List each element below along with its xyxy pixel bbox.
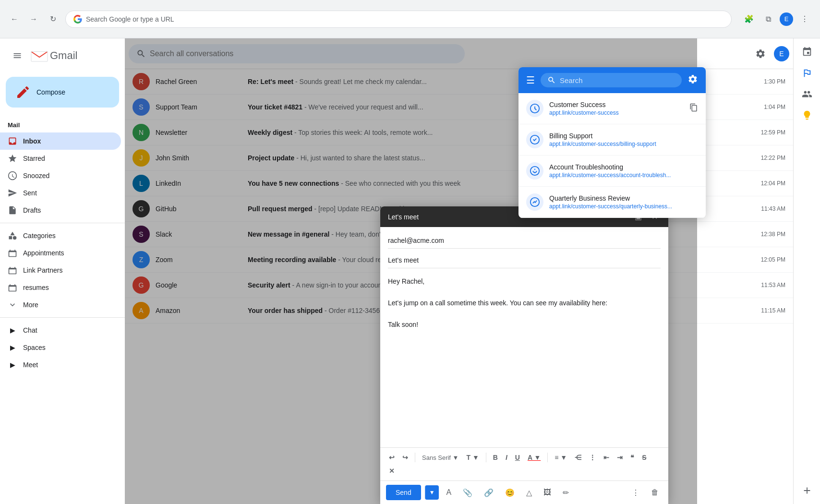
- quote-button[interactable]: ❝: [627, 452, 637, 463]
- add-extension-button[interactable]: [797, 481, 817, 500]
- toolbar-separator-1: [415, 453, 415, 462]
- popup-search-box[interactable]: [541, 73, 682, 87]
- tasks-button[interactable]: [797, 63, 817, 83]
- hamburger-button[interactable]: [8, 46, 27, 65]
- undo-button[interactable]: ↩: [386, 452, 398, 463]
- sidebar-item-link-partners[interactable]: Link Partners: [0, 262, 121, 279]
- strikethrough-button[interactable]: S: [639, 452, 649, 463]
- snoozed-label: Snoozed: [23, 172, 49, 180]
- popup-item-content-3: Quarterly Business Review appt.link/cust…: [549, 194, 698, 210]
- compose-window: Let's meet − ▣ ✕ Hey: [380, 206, 668, 504]
- settings-button[interactable]: [751, 44, 770, 63]
- account-troubleshooting-icon: [526, 162, 543, 180]
- remove-format-button[interactable]: ✕: [386, 465, 398, 477]
- popup-item-copy-0[interactable]: [689, 103, 698, 114]
- sidebar-item-more[interactable]: More: [0, 296, 121, 313]
- bold-button[interactable]: B: [490, 452, 501, 463]
- indent-decrease-button[interactable]: ⇤: [601, 452, 612, 463]
- sidebar-item-meet[interactable]: ▶ Meet: [0, 356, 121, 373]
- sidebar-divider-2: [0, 317, 125, 318]
- popup-item-content-1: Billing Support appt.link/customer-succe…: [549, 132, 698, 147]
- insert-link-button[interactable]: 🔗: [480, 486, 497, 499]
- send-dropdown-button[interactable]: ▼: [425, 485, 439, 500]
- insert-photo-button[interactable]: 🖼: [540, 486, 555, 499]
- popup-item-billing-support[interactable]: Billing Support appt.link/customer-succe…: [519, 124, 706, 156]
- toolbar-separator-2: [486, 453, 486, 462]
- header-profile-button[interactable]: E: [774, 46, 789, 61]
- send-button[interactable]: Send: [386, 485, 421, 500]
- compose-body-text[interactable]: Hey Rachel, Let's jump on a call sometim…: [388, 272, 661, 442]
- meet-label: Meet: [23, 361, 38, 369]
- appointments-label: Appointments: [23, 249, 64, 257]
- browser-menu-button[interactable]: ⋮: [797, 12, 812, 27]
- compose-button[interactable]: Compose: [6, 77, 119, 108]
- email-time: 12:05 PM: [761, 256, 785, 263]
- email-time: 11:43 AM: [761, 205, 785, 212]
- browser-profile-button[interactable]: E: [780, 12, 793, 26]
- text-format-button[interactable]: A: [443, 486, 456, 499]
- sidebar-item-starred[interactable]: Starred: [0, 150, 121, 167]
- sidebar-item-snoozed[interactable]: Snoozed: [0, 167, 121, 184]
- popup-search-input[interactable]: [560, 76, 675, 84]
- email-time: 12:22 PM: [761, 155, 785, 161]
- sidebar-item-resumes[interactable]: resumes: [0, 279, 121, 296]
- compose-to-input[interactable]: [388, 237, 661, 244]
- split-button[interactable]: ⧉: [760, 12, 776, 27]
- email-time: 11:53 AM: [761, 282, 785, 288]
- font-size-button[interactable]: T ▼: [463, 452, 482, 463]
- delete-draft-button[interactable]: 🗑: [647, 486, 663, 499]
- more-label: More: [23, 301, 38, 309]
- sidebar-item-sent[interactable]: Sent: [0, 184, 121, 202]
- attach-file-button[interactable]: 📎: [459, 486, 476, 499]
- forward-button[interactable]: →: [27, 12, 40, 26]
- signature-button[interactable]: ✏: [559, 486, 573, 499]
- gmail-header: Gmail: [0, 42, 125, 73]
- sidebar-item-appointments[interactable]: Appointments: [0, 244, 121, 262]
- contacts-button[interactable]: [797, 84, 817, 104]
- align-button[interactable]: ≡ ▼: [552, 452, 570, 463]
- numbered-list-button[interactable]: ⋲: [572, 452, 584, 463]
- compose-body-line2: Let's jump on a call sometime this week.…: [388, 298, 661, 308]
- drafts-icon: [8, 205, 17, 215]
- email-time: 12:59 PM: [761, 129, 785, 136]
- bulleted-list-button[interactable]: ⋮: [586, 452, 599, 463]
- popup-item-account-troubleshooting[interactable]: Account Troubleshooting appt.link/custom…: [519, 156, 706, 187]
- more-options-button[interactable]: ⋮: [628, 486, 643, 499]
- calendar-button[interactable]: [797, 42, 817, 61]
- popup-menu-button[interactable]: ☰: [526, 74, 535, 86]
- popup-item-content-0: Customer Success appt.link/customer-succ…: [549, 101, 684, 116]
- sidebar-item-mail[interactable]: Mail: [0, 115, 121, 132]
- popup-item-title-3: Quarterly Business Review: [549, 194, 698, 202]
- underline-button[interactable]: U: [512, 452, 523, 463]
- sidebar-item-chat[interactable]: ▶ Chat: [0, 322, 121, 339]
- sidebar-item-spaces[interactable]: ▶ Spaces: [0, 339, 121, 356]
- popup-item-customer-success[interactable]: Customer Success appt.link/customer-succ…: [519, 93, 706, 124]
- extensions-button[interactable]: 🧩: [741, 12, 757, 27]
- italic-button[interactable]: I: [503, 452, 510, 463]
- font-family-button[interactable]: Sans Serif ▼: [419, 452, 461, 463]
- sidebar-item-categories[interactable]: Categories: [0, 227, 121, 244]
- address-text: Search Google or type a URL: [86, 15, 174, 23]
- redo-button[interactable]: ↪: [399, 452, 411, 463]
- compose-subject-field[interactable]: [388, 252, 661, 268]
- popup-settings-button[interactable]: [687, 74, 698, 87]
- address-bar[interactable]: Search Google or type a URL: [65, 11, 732, 28]
- gmail-text: Gmail: [50, 49, 77, 62]
- popup-item-title-1: Billing Support: [549, 132, 698, 140]
- sidebar-item-drafts[interactable]: Drafts: [0, 202, 121, 219]
- resumes-icon: [8, 283, 17, 292]
- back-button[interactable]: ←: [8, 12, 21, 26]
- font-color-button[interactable]: A ▼: [525, 452, 543, 463]
- indent-increase-button[interactable]: ⇥: [614, 452, 626, 463]
- sidebar-item-inbox[interactable]: Inbox: [0, 132, 121, 150]
- emoji-button[interactable]: 😊: [501, 486, 519, 499]
- popup-item-quarterly-review[interactable]: Quarterly Business Review appt.link/cust…: [519, 187, 706, 218]
- gmail-logo: Gmail: [31, 49, 77, 62]
- refresh-button[interactable]: ↻: [46, 12, 60, 26]
- drive-button[interactable]: △: [522, 486, 536, 499]
- compose-subject-input[interactable]: [388, 256, 661, 264]
- sent-label: Sent: [23, 189, 37, 197]
- compose-to-field[interactable]: [388, 233, 661, 249]
- keep-button[interactable]: [797, 106, 817, 125]
- spaces-icon: ▶: [8, 344, 17, 351]
